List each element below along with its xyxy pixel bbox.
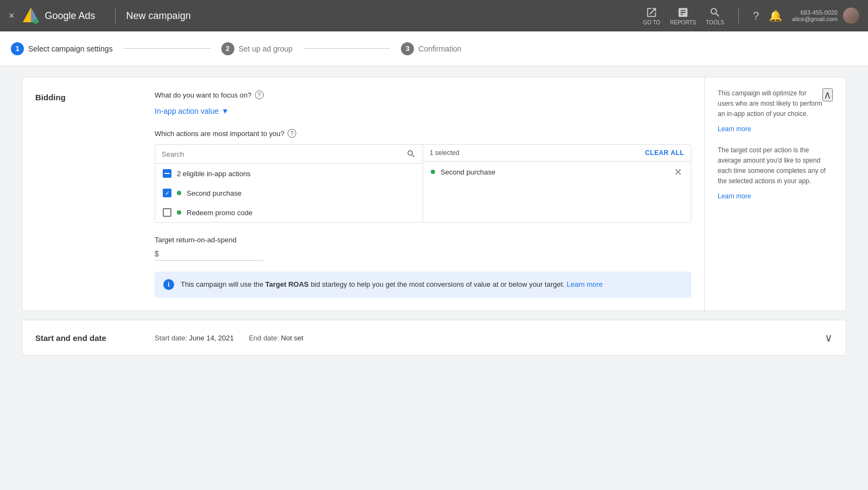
- date-chevron-icon[interactable]: ∨: [825, 331, 833, 344]
- step3-label: Confirmation: [418, 44, 461, 53]
- start-date-key: Start date:: [155, 334, 187, 342]
- user-email: alice@gmail.com: [792, 16, 838, 22]
- side-info-2: The target cost per action is the averag…: [718, 145, 833, 202]
- nav-divider: [115, 8, 116, 24]
- eligible-list-item[interactable]: 2 eligible in-app actions: [155, 164, 423, 183]
- date-section-label: Start and end date: [35, 333, 155, 343]
- date-card: Start and end date Start date: June 14, …: [22, 320, 846, 356]
- redeem-promo-list-item[interactable]: Redeem promo code: [155, 203, 423, 222]
- selected-dot-green: [431, 170, 435, 174]
- selected-item-label: Second purchase: [441, 168, 495, 176]
- checkbox-checked-icon: [163, 189, 171, 197]
- info-suffix: bid startegy to help you get the most co…: [309, 280, 565, 288]
- goto-label: GO TO: [643, 20, 660, 25]
- status-dot-green: [177, 191, 181, 195]
- stepper-connector-1: [124, 48, 210, 49]
- info-learn-more-link[interactable]: Learn more: [567, 280, 603, 288]
- side-text-1: This campaign will optimize for users wh…: [718, 88, 833, 120]
- google-ads-logo-icon: [21, 6, 41, 25]
- redeem-promo-label: Redeem promo code: [187, 209, 252, 217]
- stepper-item-1[interactable]: 1 Select campaign settings: [11, 42, 113, 55]
- step1-number: 1: [11, 42, 24, 55]
- selected-header: 1 selected CLEAR ALL: [423, 145, 691, 162]
- bidding-card: Bidding What do you want to focus on? ? …: [22, 77, 846, 311]
- second-purchase-list-item[interactable]: Second purchase: [155, 183, 423, 203]
- target-roas-input-row: $: [155, 249, 263, 261]
- checkbox-minus-icon: [163, 169, 171, 178]
- bidding-card-inner: Bidding What do you want to focus on? ? …: [22, 78, 846, 311]
- search-icon: [406, 149, 416, 159]
- bidding-label: Bidding: [22, 78, 142, 311]
- step2-label: Set up ad group: [239, 44, 293, 53]
- actions-list-panel: 2 eligible in-app actions Second purchas…: [155, 145, 423, 222]
- stepper-item-2[interactable]: 2 Set up ad group: [221, 42, 293, 55]
- app-title: Google Ads: [45, 10, 95, 22]
- focus-help-icon[interactable]: ?: [255, 91, 264, 99]
- bidding-main: What do you want to focus on? ? In-app a…: [142, 78, 705, 311]
- svg-point-2: [33, 19, 38, 24]
- end-date-key: End date:: [249, 334, 279, 342]
- actions-search-row: [155, 145, 423, 164]
- selected-count: 1 selected: [430, 149, 459, 157]
- info-text: This campaign will use the Target ROAS b…: [181, 279, 603, 290]
- nav-divider2: [738, 8, 739, 24]
- step3-number: 3: [401, 42, 414, 55]
- selected-item-second-purchase: Second purchase: [423, 162, 691, 182]
- notifications-icon[interactable]: 🔔: [769, 9, 782, 22]
- info-bold: Target ROAS: [265, 280, 309, 288]
- side-info-1: This campaign will optimize for users wh…: [718, 88, 833, 134]
- actions-selection-box: 2 eligible in-app actions Second purchas…: [155, 144, 691, 223]
- tools-label: TOOLS: [706, 20, 724, 25]
- currency-prefix: $: [155, 249, 159, 258]
- target-roas-label: Target return-on-ad-spend: [155, 236, 691, 244]
- search-input[interactable]: [162, 150, 406, 158]
- side-learn-more-2[interactable]: Learn more: [718, 192, 751, 200]
- top-navigation: × Google Ads New campaign GO TO REPORTS …: [0, 0, 868, 31]
- clear-all-button[interactable]: CLEAR ALL: [645, 149, 684, 157]
- start-date-value: June 14, 2021: [189, 334, 234, 342]
- selected-items-panel: 1 selected CLEAR ALL Second purchase: [423, 145, 691, 222]
- tools-button[interactable]: TOOLS: [706, 7, 724, 25]
- help-icon[interactable]: ?: [753, 10, 759, 22]
- info-box: i This campaign will use the Target ROAS…: [155, 272, 691, 298]
- info-prefix: This campaign will use the: [181, 280, 265, 288]
- side-text-2: The target cost per action is the averag…: [718, 145, 833, 187]
- status-dot-green2: [177, 210, 181, 215]
- stepper-item-3[interactable]: 3 Confirmation: [401, 42, 461, 55]
- target-roas-input[interactable]: [161, 249, 263, 258]
- focus-dropdown-label: In-app action value: [155, 107, 219, 115]
- bidding-side-panel: ∧ This campaign will optimize for users …: [705, 78, 846, 311]
- side-learn-more-1[interactable]: Learn more: [718, 125, 751, 133]
- reports-button[interactable]: REPORTS: [670, 7, 696, 25]
- step1-label: Select campaign settings: [28, 44, 113, 53]
- actions-question: Which actions are most important to you?…: [155, 129, 691, 138]
- dropdown-arrow-icon: ▾: [223, 106, 227, 116]
- reports-label: REPORTS: [670, 20, 696, 25]
- logo: Google Ads: [21, 6, 95, 25]
- user-phone: 683-455-0020: [792, 9, 838, 16]
- step2-number: 2: [221, 42, 234, 55]
- focus-question: What do you want to focus on? ?: [155, 91, 691, 99]
- info-icon: i: [163, 279, 174, 290]
- focus-dropdown[interactable]: In-app action value ▾: [155, 106, 227, 116]
- stepper: 1 Select campaign settings 2 Set up ad g…: [0, 31, 868, 66]
- actions-help-icon[interactable]: ?: [288, 129, 296, 138]
- nav-right-actions: GO TO REPORTS TOOLS ? 🔔 683-455-0020 ali…: [643, 7, 859, 25]
- close-icon[interactable]: ×: [9, 10, 15, 22]
- end-date-value: Not set: [281, 334, 303, 342]
- remove-icon: [673, 167, 683, 177]
- remove-item-button[interactable]: [673, 167, 683, 177]
- main-content: Bidding What do you want to focus on? ? …: [0, 66, 868, 366]
- eligible-label: 2 eligible in-app actions: [177, 170, 251, 178]
- date-values: Start date: June 14, 2021 End date: Not …: [155, 334, 825, 342]
- campaign-title: New campaign: [126, 10, 191, 22]
- user-info: 683-455-0020 alice@gmail.com: [792, 8, 859, 24]
- user-avatar[interactable]: [843, 8, 859, 24]
- stepper-connector-2: [303, 48, 390, 49]
- user-details: 683-455-0020 alice@gmail.com: [792, 9, 838, 22]
- collapse-button[interactable]: ∧: [822, 88, 833, 101]
- second-purchase-label: Second purchase: [187, 189, 241, 197]
- checkbox-empty-icon: [163, 208, 171, 217]
- goto-button[interactable]: GO TO: [643, 7, 660, 25]
